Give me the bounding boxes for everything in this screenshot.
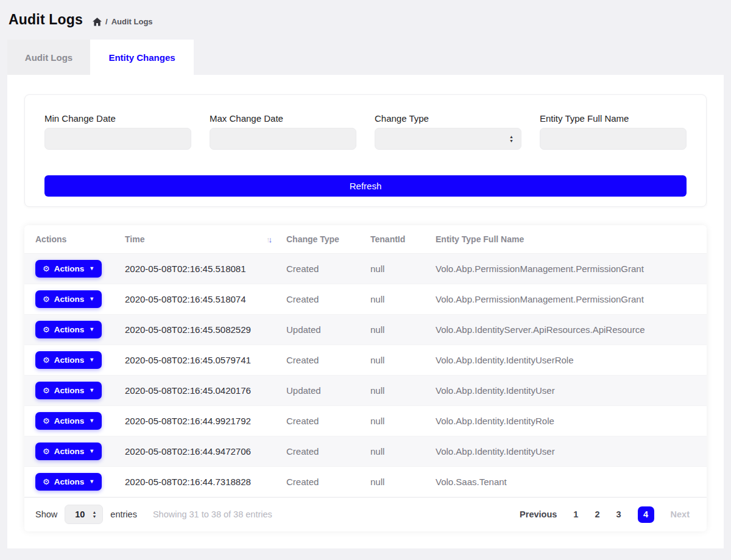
cell-entity-type-full-name: Volo.Abp.Identity.IdentityUserRole — [425, 345, 707, 375]
row-actions-button[interactable]: ⚙Actions▼ — [35, 290, 102, 308]
cell-tenant-id: null — [359, 375, 425, 405]
row-actions-button[interactable]: ⚙Actions▼ — [35, 443, 102, 460]
filter-label-change-type: Change Type — [375, 113, 521, 124]
gear-icon: ⚙ — [43, 355, 50, 365]
caret-down-icon: ▼ — [89, 478, 94, 485]
filter-field-entity-type-full-name: Entity Type Full Name — [540, 113, 687, 150]
pagination: Previous1234Next — [520, 506, 690, 523]
gear-icon: ⚙ — [43, 477, 50, 486]
table-row: ⚙Actions▼2020-05-08T02:16:45.5082529Upda… — [24, 314, 707, 345]
column-header-tenantid: TenantId — [359, 225, 425, 253]
column-header-change-type: Change Type — [275, 225, 359, 253]
pagination-previous[interactable]: Previous — [520, 509, 557, 519]
page-header: Audit Logs / Audit Logs — [0, 0, 731, 40]
cell-change-type: Created — [275, 436, 359, 466]
page-size-select[interactable]: 10 ▲▼ — [65, 505, 103, 524]
max-change-date-input[interactable] — [210, 128, 356, 150]
page-size-value: 10 — [75, 509, 85, 519]
page-title: Audit Logs — [9, 12, 83, 28]
pagination-page-3[interactable]: 3 — [616, 509, 621, 519]
column-header-entity-type-full-name: Entity Type Full Name — [425, 225, 707, 253]
row-actions-button[interactable]: ⚙Actions▼ — [35, 260, 102, 278]
filter-field-min-change-date: Min Change Date — [44, 113, 191, 150]
table-row: ⚙Actions▼2020-05-08T02:16:45.0420176Upda… — [24, 375, 707, 405]
gear-icon: ⚙ — [43, 447, 50, 456]
table-header-row: Actions Time ↑↓ Change Type TenantId Ent… — [24, 225, 707, 253]
row-actions-button[interactable]: ⚙Actions▼ — [35, 351, 102, 369]
cell-entity-type-full-name: Volo.Abp.Identity.IdentityRole — [425, 405, 707, 436]
actions-button-label: Actions — [54, 477, 85, 486]
tab-entity-changes[interactable]: Entity Changes — [90, 40, 194, 75]
gear-icon: ⚙ — [43, 264, 50, 273]
table-row: ⚙Actions▼2020-05-08T02:16:44.7318828Crea… — [24, 466, 707, 497]
actions-button-label: Actions — [54, 295, 85, 304]
breadcrumb: / Audit Logs — [93, 17, 153, 26]
gear-icon: ⚙ — [43, 295, 50, 304]
cell-time: 2020-05-08T02:16:45.5082529 — [114, 314, 275, 345]
row-actions-button[interactable]: ⚙Actions▼ — [35, 412, 102, 430]
filter-label-min-change-date: Min Change Date — [44, 113, 191, 124]
refresh-button[interactable]: Refresh — [44, 175, 687, 197]
cell-change-type: Created — [275, 253, 359, 284]
cell-entity-type-full-name: Volo.Abp.Identity.IdentityUser — [425, 375, 707, 405]
cell-time: 2020-05-08T02:16:45.0420176 — [114, 375, 275, 405]
cell-tenant-id: null — [359, 253, 425, 284]
cell-entity-type-full-name: Volo.Abp.IdentityServer.ApiResources.Api… — [425, 314, 707, 345]
table-row: ⚙Actions▼2020-05-08T02:16:45.518081Creat… — [24, 253, 707, 284]
sort-icon[interactable]: ↑↓ — [266, 234, 270, 243]
table-row: ⚙Actions▼2020-05-08T02:16:44.9921792Crea… — [24, 405, 707, 436]
cell-change-type: Created — [275, 466, 359, 497]
entries-label: entries — [110, 509, 137, 519]
entries-summary: Showing 31 to 38 of 38 entries — [153, 509, 272, 519]
gear-icon: ⚙ — [43, 416, 50, 425]
row-actions-button[interactable]: ⚙Actions▼ — [35, 321, 102, 338]
column-header-actions: Actions — [24, 225, 114, 253]
cell-tenant-id: null — [359, 345, 425, 375]
breadcrumb-current: Audit Logs — [111, 17, 153, 26]
entity-changes-table-card: Actions Time ↑↓ Change Type TenantId Ent… — [24, 225, 707, 531]
cell-entity-type-full-name: Volo.Abp.PermissionManagement.Permission… — [425, 253, 707, 284]
pagination-page-4[interactable]: 4 — [638, 506, 654, 523]
updown-icon: ▲▼ — [509, 135, 514, 142]
caret-down-icon: ▼ — [89, 448, 94, 454]
caret-down-icon: ▼ — [89, 326, 94, 332]
cell-tenant-id: null — [359, 466, 425, 497]
filter-label-entity-type-full-name: Entity Type Full Name — [540, 113, 687, 124]
tab-bar: Audit Logs Entity Changes — [7, 40, 724, 75]
table-row: ⚙Actions▼2020-05-08T02:16:45.518074Creat… — [24, 284, 707, 314]
filter-grid: Min Change DateMax Change DateChange Typ… — [44, 113, 687, 150]
cell-time: 2020-05-08T02:16:44.7318828 — [114, 466, 275, 497]
home-icon[interactable] — [93, 18, 102, 26]
caret-down-icon: ▼ — [89, 357, 94, 363]
cell-time: 2020-05-08T02:16:45.518081 — [114, 253, 275, 284]
cell-change-type: Updated — [275, 375, 359, 405]
table-row: ⚙Actions▼2020-05-08T02:16:45.0579741Crea… — [24, 345, 707, 375]
updown-icon: ▲▼ — [92, 511, 96, 518]
pagination-page-2[interactable]: 2 — [595, 509, 599, 519]
actions-button-label: Actions — [54, 264, 85, 273]
row-actions-button[interactable]: ⚙Actions▼ — [35, 382, 102, 399]
column-header-time[interactable]: Time ↑↓ — [114, 225, 275, 253]
change-type-select[interactable]: ▲▼ — [375, 128, 521, 150]
actions-button-label: Actions — [54, 325, 85, 334]
gear-icon: ⚙ — [43, 386, 50, 395]
entity-type-full-name-input[interactable] — [540, 128, 687, 150]
tab-audit-logs[interactable]: Audit Logs — [7, 40, 90, 75]
cell-entity-type-full-name: Volo.Saas.Tenant — [425, 466, 707, 497]
pagination-page-1[interactable]: 1 — [573, 509, 578, 519]
cell-tenant-id: null — [359, 405, 425, 436]
pagination-next[interactable]: Next — [671, 509, 690, 519]
cell-change-type: Created — [275, 345, 359, 375]
tab-content-panel: Min Change DateMax Change DateChange Typ… — [7, 75, 724, 548]
row-actions-button[interactable]: ⚙Actions▼ — [35, 473, 102, 491]
breadcrumb-separator: / — [105, 17, 108, 26]
cell-change-type: Created — [275, 405, 359, 436]
caret-down-icon: ▼ — [89, 418, 94, 424]
caret-down-icon: ▼ — [89, 265, 94, 271]
min-change-date-input[interactable] — [44, 128, 191, 150]
cell-change-type: Updated — [275, 314, 359, 345]
cell-time: 2020-05-08T02:16:44.9472706 — [114, 436, 275, 466]
cell-change-type: Created — [275, 284, 359, 314]
cell-time: 2020-05-08T02:16:45.518074 — [114, 284, 275, 314]
caret-down-icon: ▼ — [89, 296, 94, 302]
